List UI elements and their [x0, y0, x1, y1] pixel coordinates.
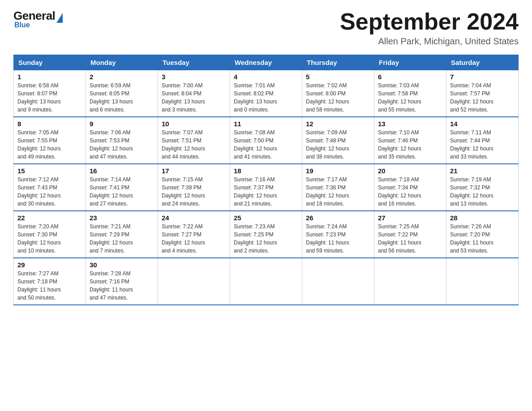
day-number: 29 [17, 261, 82, 269]
calendar-day-cell: 21Sunrise: 7:19 AMSunset: 7:32 PMDayligh… [446, 164, 519, 211]
weekday-header-friday: Friday [374, 55, 446, 70]
calendar-day-cell: 7Sunrise: 7:04 AMSunset: 7:57 PMDaylight… [446, 70, 519, 117]
day-info: Sunrise: 7:07 AMSunset: 7:51 PMDaylight:… [162, 128, 226, 161]
month-year-title: September 2024 [340, 9, 519, 34]
day-number: 21 [450, 167, 515, 175]
day-number: 17 [162, 167, 226, 175]
weekday-header-wednesday: Wednesday [230, 55, 302, 70]
calendar-day-cell: 23Sunrise: 7:21 AMSunset: 7:29 PMDayligh… [86, 211, 158, 258]
calendar-week-row: 8Sunrise: 7:05 AMSunset: 7:55 PMDaylight… [14, 117, 519, 164]
logo-triangle-icon [56, 13, 63, 23]
calendar-day-cell [374, 258, 446, 305]
day-number: 5 [306, 73, 370, 81]
day-number: 6 [378, 73, 442, 81]
calendar-day-cell: 15Sunrise: 7:12 AMSunset: 7:43 PMDayligh… [14, 164, 86, 211]
day-number: 19 [306, 167, 370, 175]
day-info: Sunrise: 6:58 AMSunset: 8:07 PMDaylight:… [17, 81, 82, 114]
calendar-day-cell: 1Sunrise: 6:58 AMSunset: 8:07 PMDaylight… [14, 70, 86, 117]
day-number: 4 [234, 73, 298, 81]
day-info: Sunrise: 7:21 AMSunset: 7:29 PMDaylight:… [90, 223, 154, 255]
day-info: Sunrise: 7:28 AMSunset: 7:16 PMDaylight:… [90, 270, 154, 302]
day-number: 2 [90, 73, 154, 81]
calendar-day-cell: 9Sunrise: 7:06 AMSunset: 7:53 PMDaylight… [86, 117, 158, 164]
calendar-day-cell [302, 258, 374, 305]
calendar-day-cell: 25Sunrise: 7:23 AMSunset: 7:25 PMDayligh… [230, 211, 302, 258]
weekday-header-thursday: Thursday [302, 55, 374, 70]
calendar-day-cell: 6Sunrise: 7:03 AMSunset: 7:58 PMDaylight… [374, 70, 446, 117]
calendar-day-cell: 3Sunrise: 7:00 AMSunset: 8:04 PMDaylight… [158, 70, 230, 117]
day-info: Sunrise: 7:25 AMSunset: 7:22 PMDaylight:… [378, 223, 442, 255]
day-info: Sunrise: 7:05 AMSunset: 7:55 PMDaylight:… [17, 128, 82, 161]
calendar-day-cell: 17Sunrise: 7:15 AMSunset: 7:39 PMDayligh… [158, 164, 230, 211]
day-info: Sunrise: 7:19 AMSunset: 7:32 PMDaylight:… [450, 176, 515, 208]
day-number: 27 [378, 214, 442, 222]
calendar-day-cell: 8Sunrise: 7:05 AMSunset: 7:55 PMDaylight… [14, 117, 86, 164]
day-info: Sunrise: 7:12 AMSunset: 7:43 PMDaylight:… [17, 176, 82, 208]
calendar-day-cell: 12Sunrise: 7:09 AMSunset: 7:48 PMDayligh… [302, 117, 374, 164]
weekday-header-saturday: Saturday [446, 55, 519, 70]
day-info: Sunrise: 7:14 AMSunset: 7:41 PMDaylight:… [90, 176, 154, 208]
day-info: Sunrise: 7:09 AMSunset: 7:48 PMDaylight:… [306, 128, 370, 161]
page-header: General Blue September 2024 Allen Park, … [13, 9, 519, 47]
day-number: 28 [450, 214, 515, 222]
day-info: Sunrise: 7:06 AMSunset: 7:53 PMDaylight:… [90, 128, 154, 161]
day-number: 26 [306, 214, 370, 222]
calendar-day-cell: 4Sunrise: 7:01 AMSunset: 8:02 PMDaylight… [230, 70, 302, 117]
day-info: Sunrise: 7:24 AMSunset: 7:23 PMDaylight:… [306, 223, 370, 255]
calendar-day-cell: 5Sunrise: 7:02 AMSunset: 8:00 PMDaylight… [302, 70, 374, 117]
calendar-day-cell: 26Sunrise: 7:24 AMSunset: 7:23 PMDayligh… [302, 211, 374, 258]
day-number: 3 [162, 73, 226, 81]
day-number: 18 [234, 167, 298, 175]
weekday-header-sunday: Sunday [14, 55, 86, 70]
day-info: Sunrise: 7:03 AMSunset: 7:58 PMDaylight:… [378, 81, 442, 114]
day-info: Sunrise: 7:08 AMSunset: 7:50 PMDaylight:… [234, 128, 298, 161]
calendar-week-row: 1Sunrise: 6:58 AMSunset: 8:07 PMDaylight… [14, 70, 519, 117]
day-info: Sunrise: 7:10 AMSunset: 7:46 PMDaylight:… [378, 128, 442, 161]
calendar-day-cell: 22Sunrise: 7:20 AMSunset: 7:30 PMDayligh… [14, 211, 86, 258]
day-number: 7 [450, 73, 515, 81]
calendar-table: SundayMondayTuesdayWednesdayThursdayFrid… [13, 55, 519, 305]
day-number: 13 [378, 120, 442, 128]
calendar-day-cell: 14Sunrise: 7:11 AMSunset: 7:44 PMDayligh… [446, 117, 519, 164]
day-info: Sunrise: 7:00 AMSunset: 8:04 PMDaylight:… [162, 81, 226, 114]
calendar-day-cell: 16Sunrise: 7:14 AMSunset: 7:41 PMDayligh… [86, 164, 158, 211]
day-number: 1 [17, 73, 82, 81]
calendar-day-cell [158, 258, 230, 305]
day-info: Sunrise: 6:59 AMSunset: 8:05 PMDaylight:… [90, 81, 154, 114]
day-number: 25 [234, 214, 298, 222]
day-info: Sunrise: 7:23 AMSunset: 7:25 PMDaylight:… [234, 223, 298, 255]
calendar-day-cell: 29Sunrise: 7:27 AMSunset: 7:18 PMDayligh… [14, 258, 86, 305]
day-info: Sunrise: 7:02 AMSunset: 8:00 PMDaylight:… [306, 81, 370, 114]
day-info: Sunrise: 7:18 AMSunset: 7:34 PMDaylight:… [378, 176, 442, 208]
day-number: 24 [162, 214, 226, 222]
calendar-day-cell: 30Sunrise: 7:28 AMSunset: 7:16 PMDayligh… [86, 258, 158, 305]
day-info: Sunrise: 7:15 AMSunset: 7:39 PMDaylight:… [162, 176, 226, 208]
day-number: 9 [90, 120, 154, 128]
calendar-day-cell: 27Sunrise: 7:25 AMSunset: 7:22 PMDayligh… [374, 211, 446, 258]
day-number: 10 [162, 120, 226, 128]
day-number: 16 [90, 167, 154, 175]
day-number: 11 [234, 120, 298, 128]
calendar-day-cell: 19Sunrise: 7:17 AMSunset: 7:36 PMDayligh… [302, 164, 374, 211]
day-number: 20 [378, 167, 442, 175]
day-number: 8 [17, 120, 82, 128]
day-number: 15 [17, 167, 82, 175]
day-info: Sunrise: 7:20 AMSunset: 7:30 PMDaylight:… [17, 223, 82, 255]
location-subtitle: Allen Park, Michigan, United States [340, 36, 519, 47]
calendar-day-cell: 13Sunrise: 7:10 AMSunset: 7:46 PMDayligh… [374, 117, 446, 164]
day-number: 22 [17, 214, 82, 222]
calendar-day-cell [230, 258, 302, 305]
calendar-day-cell [446, 258, 519, 305]
calendar-week-row: 29Sunrise: 7:27 AMSunset: 7:18 PMDayligh… [14, 258, 519, 305]
calendar-day-cell: 10Sunrise: 7:07 AMSunset: 7:51 PMDayligh… [158, 117, 230, 164]
day-info: Sunrise: 7:01 AMSunset: 8:02 PMDaylight:… [234, 81, 298, 114]
weekday-header-tuesday: Tuesday [158, 55, 230, 70]
day-number: 30 [90, 261, 154, 269]
day-number: 23 [90, 214, 154, 222]
calendar-week-row: 22Sunrise: 7:20 AMSunset: 7:30 PMDayligh… [14, 211, 519, 258]
calendar-day-cell: 24Sunrise: 7:22 AMSunset: 7:27 PMDayligh… [158, 211, 230, 258]
day-info: Sunrise: 7:22 AMSunset: 7:27 PMDaylight:… [162, 223, 226, 255]
weekday-header-row: SundayMondayTuesdayWednesdayThursdayFrid… [14, 55, 519, 70]
day-number: 14 [450, 120, 515, 128]
day-info: Sunrise: 7:11 AMSunset: 7:44 PMDaylight:… [450, 128, 515, 161]
